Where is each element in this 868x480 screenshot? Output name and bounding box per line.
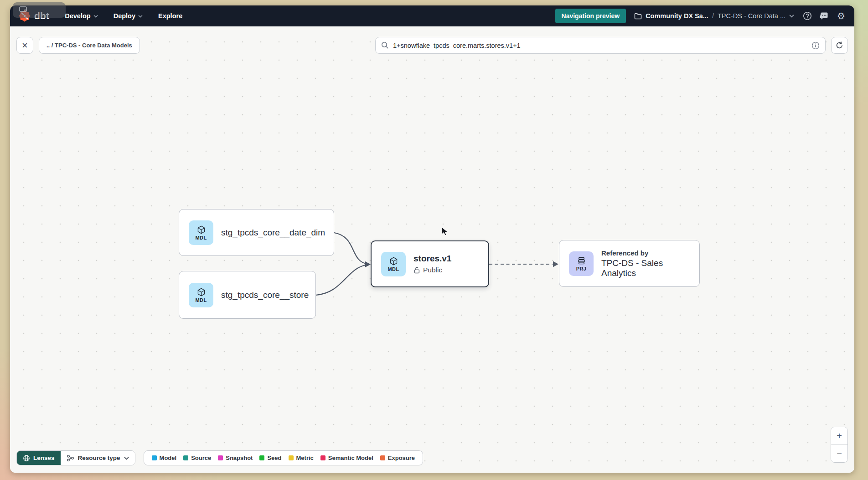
close-lineage-button[interactable]: × xyxy=(16,37,33,54)
chevron-down-icon xyxy=(138,15,143,18)
legend-item-model: Model xyxy=(152,454,177,461)
navigation-preview-button[interactable]: Navigation preview xyxy=(555,9,626,23)
zoom-controls: + − xyxy=(831,427,848,463)
node-stg-tpcds-core-store[interactable]: MDL stg_tpcds_core__store xyxy=(179,271,316,319)
resource-type-dropdown[interactable]: Resource type xyxy=(61,451,135,465)
model-badge: MDL xyxy=(189,220,213,245)
legend-item-seed: Seed xyxy=(259,454,281,461)
lineage-toolbar: × .. / TPC-DS - Core Data Models xyxy=(16,37,848,54)
resource-legend: Model Source Snapshot Seed Metric Semant… xyxy=(144,450,423,465)
badge-label: PRJ xyxy=(576,266,587,271)
badge-label: MDL xyxy=(195,297,207,303)
cube-icon xyxy=(196,287,206,297)
node-label: TPC-DS - Sales Analytics xyxy=(601,258,699,278)
help-icon[interactable] xyxy=(802,11,812,21)
legend-swatch xyxy=(183,455,188,460)
legend-swatch xyxy=(152,455,157,460)
lenses-button[interactable]: Lenses xyxy=(17,451,61,465)
legend-swatch xyxy=(289,455,294,460)
screen-recorder-overlay xyxy=(13,2,66,18)
legend-swatch xyxy=(218,455,223,460)
graph-icon xyxy=(67,454,74,462)
node-referenced-by-sales-analytics[interactable]: PRJ Referenced by TPC-DS - Sales Analyti… xyxy=(559,240,700,287)
settings-gear-icon[interactable]: ⚙ xyxy=(836,11,846,21)
legend-swatch xyxy=(259,455,264,460)
node-label: stg_tpcds_core__date_dim xyxy=(221,228,325,238)
breadcrumb[interactable]: Community DX Sa... / TPC-DS - Core Data … xyxy=(634,12,794,20)
cube-icon xyxy=(389,256,398,266)
node-text: Referenced by TPC-DS - Sales Analytics xyxy=(601,249,699,278)
node-stg-tpcds-core-date-dim[interactable]: MDL stg_tpcds_core__date_dim xyxy=(179,209,334,256)
node-access-row: Public xyxy=(413,266,451,274)
lock-open-icon xyxy=(413,266,420,274)
info-icon[interactable] xyxy=(811,41,820,50)
chevron-down-icon[interactable] xyxy=(789,14,794,18)
refresh-icon xyxy=(835,41,844,50)
badge-label: MDL xyxy=(388,266,399,272)
node-label: stg_tpcds_core__store xyxy=(221,290,309,300)
menu-deploy[interactable]: Deploy xyxy=(114,12,143,20)
badge-label: MDL xyxy=(195,235,207,240)
search-icon xyxy=(381,41,389,49)
zoom-in-button[interactable]: + xyxy=(831,427,847,444)
node-text: stores.v1 Public xyxy=(413,254,451,274)
lens-icon xyxy=(23,454,30,462)
navbar-right: Navigation preview Community DX Sa... / … xyxy=(555,9,846,23)
menu-explore[interactable]: Explore xyxy=(158,12,182,20)
footer-controls: Lenses Resource type Model Source Snaps xyxy=(16,450,423,465)
folder-icon xyxy=(634,13,642,20)
lens-resource-group: Lenses Resource type xyxy=(16,450,135,465)
lineage-search-bar[interactable] xyxy=(375,37,826,54)
edge-store-to-stores xyxy=(316,265,368,295)
legend-item-source: Source xyxy=(183,454,211,461)
display-icon xyxy=(19,6,28,14)
chevron-down-icon xyxy=(124,456,129,460)
edge-arrowhead xyxy=(365,261,371,267)
mouse-cursor xyxy=(441,227,449,238)
lineage-canvas[interactable]: × .. / TPC-DS - Core Data Models xyxy=(10,26,854,473)
model-badge: MDL xyxy=(381,252,406,276)
breadcrumb-project[interactable]: TPC-DS - Core Data ... xyxy=(718,12,785,20)
chevron-down-icon xyxy=(93,15,98,18)
node-access-label: Public xyxy=(423,266,442,274)
project-badge: PRJ xyxy=(569,251,594,276)
app-window: dbt Develop Deploy Explore Navigation pr… xyxy=(10,5,854,473)
selector-search-input[interactable] xyxy=(393,42,807,49)
zoom-out-button[interactable]: − xyxy=(831,445,847,462)
legend-item-semantic-model: Semantic Model xyxy=(320,454,373,461)
node-eyebrow: Referenced by xyxy=(601,249,699,257)
project-stack-icon xyxy=(577,256,586,266)
legend-swatch xyxy=(380,455,385,460)
edge-date-dim-to-stores xyxy=(334,233,368,264)
menu-develop[interactable]: Develop xyxy=(65,12,98,20)
cube-icon xyxy=(196,225,206,235)
breadcrumb-account[interactable]: Community DX Sa... xyxy=(646,12,708,20)
refresh-lineage-button[interactable] xyxy=(831,37,848,54)
edge-arrowhead xyxy=(553,261,558,267)
node-title: stores.v1 xyxy=(413,254,451,264)
breadcrumb-separator: / xyxy=(712,12,714,20)
close-icon: × xyxy=(22,41,28,51)
legend-swatch xyxy=(320,455,326,460)
lineage-path-chip[interactable]: .. / TPC-DS - Core Data Models xyxy=(39,37,140,54)
legend-item-metric: Metric xyxy=(289,454,314,461)
legend-item-snapshot: Snapshot xyxy=(218,454,253,461)
node-stores-v1-selected[interactable]: MDL stores.v1 Public xyxy=(371,240,489,287)
feedback-icon[interactable] xyxy=(819,11,829,21)
model-badge: MDL xyxy=(189,283,213,307)
main-menu: Develop Deploy Explore xyxy=(65,12,182,20)
top-navbar: dbt Develop Deploy Explore Navigation pr… xyxy=(10,5,854,26)
navbar-icons: ⚙ xyxy=(802,11,846,21)
legend-item-exposure: Exposure xyxy=(380,454,415,461)
